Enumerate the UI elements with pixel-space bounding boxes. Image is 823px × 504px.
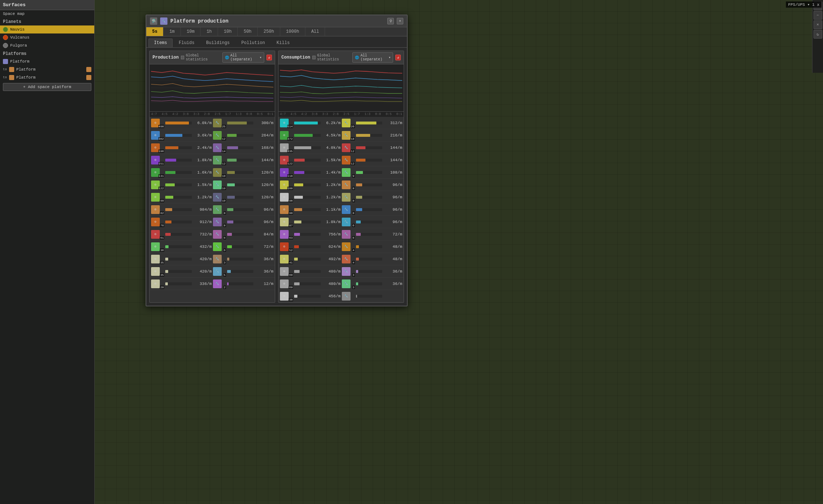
time-tab-all[interactable]: All (305, 27, 325, 36)
list-item[interactable]: ⚙3724.5k/m🔧18216/m (278, 129, 404, 142)
close-button[interactable]: × (397, 18, 403, 24)
list-item[interactable]: ⚙41492/m🔧448/m (278, 253, 404, 265)
list-item[interactable]: ⚙3354.0k/m🔧12144/m (278, 142, 404, 154)
item-count: 335 (287, 150, 293, 153)
global-stats-checkbox-cons[interactable] (312, 56, 316, 59)
list-item[interactable]: ⚙1181.4k/m🔧9108/m (278, 166, 404, 179)
item-bar-container (165, 196, 192, 199)
item-icon2-wrapper: 🔧3 (213, 254, 226, 264)
list-item[interactable]: ⚙76912/m🔧896/m (150, 216, 275, 228)
global-stats-checkbox-prod[interactable] (181, 56, 184, 59)
item-icon-wrapper: ⚙131 (151, 167, 164, 178)
item-count: 498 (158, 125, 164, 128)
sidebar-item-platform-2[interactable]: to Platform (0, 66, 94, 74)
filter-dropdown-cons[interactable]: 🌐 All (separate) ▾ (352, 52, 393, 63)
filter-dropdown-prod[interactable]: 🌐 All (separate) ▾ (222, 52, 264, 63)
time-tab-10h[interactable]: 10h (218, 27, 238, 36)
item-bar2 (227, 233, 232, 236)
item-bar-container (165, 183, 192, 186)
reset-button-cons[interactable]: ↺ (395, 55, 401, 60)
sidebar-item-fulgora[interactable]: Fulgora (0, 41, 94, 49)
list-item[interactable]: ⚙991.2k/m🔧10120/m (150, 191, 275, 203)
time-tab-1h[interactable]: 1h (201, 27, 218, 36)
item-icon2-wrapper: 🔧8 (342, 205, 355, 215)
rotate-button[interactable]: ↻ (814, 30, 822, 39)
list-item[interactable]: ⚙60480/m🔧336/m (278, 278, 404, 290)
list-item[interactable]: ⚙61732/m🔧684/m (150, 228, 275, 241)
item-count: 196 (158, 150, 164, 153)
item-count: 38 (289, 298, 293, 301)
sidebar-space-map[interactable]: Space map (0, 10, 94, 17)
list-item[interactable]: ⚙1221.5k/m🔧12144/m (278, 154, 404, 166)
item-icon2: 🔧 (342, 279, 351, 288)
list-item[interactable]: ⚙35420/m🔧536/m (150, 265, 275, 278)
item-count: 100 (287, 187, 293, 190)
item-icon-wrapper: ⚙498 (151, 118, 164, 128)
list-item[interactable]: ⚙52624/m🔧448/m (278, 241, 404, 253)
item-bar2-container (356, 134, 383, 137)
list-item[interactable]: ⚙35420/m🔧336/m (150, 253, 275, 265)
list-item[interactable]: ⚙1311.6k/m🔧10120/m (150, 166, 275, 179)
list-item[interactable]: ⚙63756/m🔧672/m (278, 228, 404, 241)
list-item[interactable]: ⚙28336/m🔧212/m (150, 278, 275, 290)
item-icon: ⚙ (151, 205, 160, 214)
tab-pollution[interactable]: Pollution (236, 39, 270, 47)
item-bar2 (227, 221, 233, 223)
list-item[interactable]: ⚙38456/m🔧 (278, 290, 404, 302)
fulgora-label: Fulgora (10, 43, 27, 48)
item-count: 52 (289, 249, 293, 252)
item-bar2-container (356, 171, 383, 174)
item-icon2: 🔧 (342, 255, 351, 263)
list-item[interactable]: ⚙981.2k/m🔧896/m (278, 191, 404, 203)
item-count: 41 (289, 261, 293, 264)
item-rate-secondary: 72/m (254, 245, 273, 249)
list-item[interactable]: ⚙3023.6k/m🔧12264/m (150, 129, 275, 142)
item-icon-wrapper: ⚙87 (280, 217, 293, 227)
tab-items[interactable]: Items (149, 39, 173, 47)
item-rate-primary: 3.6k/m (193, 133, 212, 138)
item-icon2: 🔧 (342, 131, 351, 140)
list-item[interactable]: ⚙1221.5k/m🔧10120/m (150, 179, 275, 191)
time-tab-250h[interactable]: 250h (258, 27, 280, 36)
right-controls: + − × ↻ (812, 0, 823, 73)
list-item[interactable]: ⚙901.1k/m🔧896/m (278, 203, 404, 216)
time-tab-50h[interactable]: 50h (238, 27, 258, 36)
add-space-platform-button[interactable]: + Add space platform (3, 83, 91, 91)
item-rate-primary: 1.5k/m (193, 183, 212, 187)
time-tab-10m[interactable]: 10m (181, 27, 201, 36)
list-item[interactable]: ⚙82984/m🔧896/m (150, 203, 275, 216)
global-stats-toggle-cons[interactable]: Global statistics (312, 53, 350, 61)
tab-kills[interactable]: Kills (271, 39, 295, 47)
sidebar-item-platform-3[interactable]: to Platform (0, 74, 94, 82)
list-item[interactable]: ⚙1511.8k/m🔧12144/m (150, 154, 275, 166)
time-tab-1000h[interactable]: 1000h (280, 27, 305, 36)
item-count: 87 (289, 224, 293, 227)
item-rate-secondary: 144/m (254, 158, 273, 162)
reset-zoom-button[interactable]: × (814, 20, 822, 29)
list-item[interactable]: ⚙5146.2k/m🔧26312/m (278, 117, 404, 129)
list-item[interactable]: ⚙36432/m🔧672/m (150, 241, 275, 253)
reset-button-prod[interactable]: ↺ (266, 55, 272, 60)
search-button[interactable]: ⚲ (387, 18, 394, 24)
production-window: 🛸 🔧 Platform production ⚲ × 5s 1m 10m 1h… (146, 15, 408, 306)
window-platform-icon: 🔧 (160, 17, 167, 25)
item-icon-wrapper: ⚙514 (280, 118, 293, 128)
list-item[interactable]: ⚙1962.4k/m🔧14168/m (150, 142, 275, 154)
list-item[interactable]: ⚙1001.2k/m🔧896/m (278, 179, 404, 191)
item-count: 36 (160, 249, 164, 252)
item-bar (165, 258, 168, 261)
list-item[interactable]: ⚙4986.0k/m🔧25300/m (150, 117, 275, 129)
tab-buildings[interactable]: Buildings (201, 39, 235, 47)
sidebar-item-platform-1[interactable]: Platform (0, 57, 94, 66)
global-stats-toggle-prod[interactable]: Global statistics (181, 53, 220, 61)
time-tab-5s[interactable]: 5s (146, 27, 163, 36)
sidebar-item-nauvis[interactable]: Nauvis (0, 25, 94, 33)
time-tab-1m[interactable]: 1m (163, 27, 181, 36)
item-icon2: 🔧 (342, 292, 351, 301)
item-icon-wrapper: ⚙36 (151, 242, 164, 252)
list-item[interactable]: ⚙871.0k/m🔧696/m (278, 216, 404, 228)
list-item[interactable]: ⚙60480/m🔧336/m (278, 265, 404, 278)
zoom-out-button[interactable]: − (814, 11, 822, 20)
sidebar-item-vulcanus[interactable]: Vulcanus (0, 33, 94, 41)
tab-fluids[interactable]: Fluids (173, 39, 200, 47)
